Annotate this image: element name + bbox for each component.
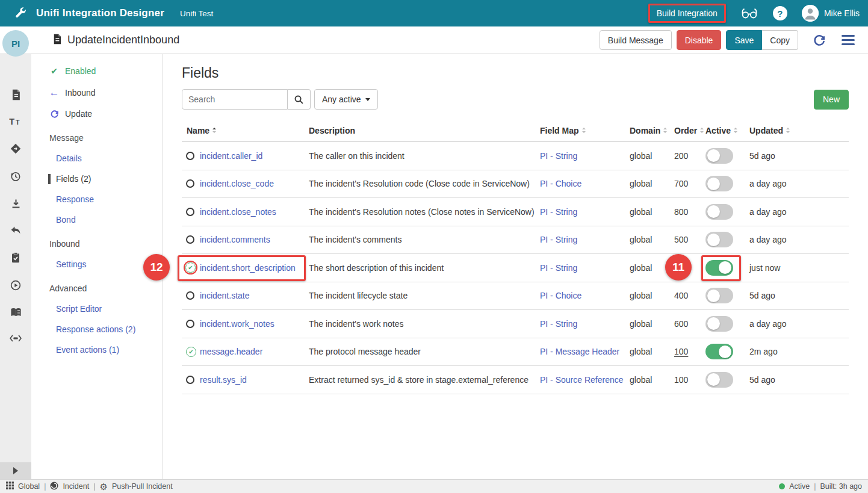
- new-field-button[interactable]: New: [814, 90, 849, 110]
- field-order[interactable]: 100: [674, 347, 705, 356]
- field-domain: global: [630, 375, 674, 385]
- field-map-link[interactable]: PI - Source Reference: [540, 375, 624, 385]
- field-name-link[interactable]: incident.comments: [200, 235, 270, 244]
- table-row: incident.commentsThe incident's comments…: [182, 226, 849, 255]
- sidebar-item-response[interactable]: Response: [56, 194, 162, 204]
- history-icon[interactable]: [10, 170, 22, 182]
- status-bar: Global | Incident | ⚙ Push-Pull Incident…: [0, 479, 868, 493]
- svg-text:T: T: [16, 119, 20, 126]
- field-name-link[interactable]: incident.close_code: [200, 179, 274, 188]
- field-name-link[interactable]: incident.short_description: [200, 263, 296, 273]
- app-label[interactable]: Incident: [63, 482, 89, 491]
- field-map-link[interactable]: PI - String: [540, 263, 577, 273]
- reply-icon[interactable]: [10, 225, 22, 236]
- column-field-map[interactable]: Field Map: [540, 126, 630, 135]
- document-icon[interactable]: [10, 89, 22, 101]
- status-item-enabled: ✔Enabled: [49, 66, 162, 76]
- process-label[interactable]: Push-Pull Incident: [112, 482, 173, 491]
- field-order: 100: [674, 375, 705, 385]
- download-icon[interactable]: [10, 198, 22, 209]
- section-title-advanced: Advanced: [49, 284, 162, 293]
- active-toggle[interactable]: [705, 260, 733, 276]
- collapse-rail-button[interactable]: [0, 462, 31, 479]
- user-menu[interactable]: Mike Ellis: [802, 5, 860, 22]
- field-map-link[interactable]: PI - String: [540, 151, 577, 161]
- field-map-link[interactable]: PI - Choice: [540, 291, 581, 300]
- active-toggle[interactable]: [705, 176, 733, 191]
- field-domain: global: [630, 347, 674, 356]
- field-name-link[interactable]: incident.work_notes: [200, 319, 274, 329]
- field-disabled-icon: [186, 235, 194, 244]
- sidebar-item-event-actions-1[interactable]: Event actions (1): [56, 345, 162, 355]
- integration-avatar[interactable]: PI: [2, 30, 29, 57]
- build-integration-button[interactable]: Build Integration: [648, 4, 726, 23]
- active-toggle[interactable]: [705, 288, 733, 303]
- column-order[interactable]: Order: [674, 126, 705, 135]
- text-icon[interactable]: TT: [9, 116, 22, 127]
- field-map-link[interactable]: PI - String: [540, 319, 577, 329]
- search-input[interactable]: [182, 89, 288, 110]
- field-domain: global: [630, 235, 674, 244]
- clipboard-check-icon[interactable]: [10, 252, 21, 264]
- scope-label[interactable]: Global: [18, 482, 40, 491]
- play-circle-icon[interactable]: [10, 279, 22, 291]
- field-name-link[interactable]: result.sys_id: [200, 375, 247, 385]
- sidebar-item-script-editor[interactable]: Script Editor: [56, 304, 162, 314]
- active-toggle[interactable]: [705, 316, 733, 332]
- status-label: Enabled: [65, 66, 96, 76]
- active-toggle[interactable]: [705, 148, 733, 164]
- help-icon[interactable]: ?: [773, 6, 787, 20]
- preview-glasses-icon[interactable]: [740, 7, 758, 20]
- column-updated[interactable]: Updated: [749, 126, 849, 135]
- caret-down-icon: [365, 98, 370, 101]
- sort-icon: [663, 128, 667, 133]
- diamond-route-icon[interactable]: [10, 143, 22, 155]
- field-name-link[interactable]: incident.close_notes: [200, 207, 276, 217]
- field-map-link[interactable]: PI - String: [540, 207, 577, 217]
- menu-icon[interactable]: [842, 35, 855, 45]
- active-toggle[interactable]: [705, 204, 733, 220]
- field-disabled-icon: [186, 376, 194, 384]
- field-map-link[interactable]: PI - String: [540, 235, 577, 244]
- workspace-name[interactable]: Unifi Test: [180, 9, 213, 18]
- refresh-icon[interactable]: [813, 34, 826, 47]
- incident-icon: [50, 482, 58, 492]
- code-icon[interactable]: [9, 333, 22, 343]
- search-button[interactable]: [288, 89, 311, 110]
- column-active[interactable]: Active: [705, 126, 749, 135]
- disable-button[interactable]: Disable: [677, 30, 722, 50]
- field-name-link[interactable]: incident.caller_id: [200, 151, 262, 161]
- field-enabled-icon: ✔: [186, 347, 196, 357]
- sidebar-item-details[interactable]: Details: [56, 153, 162, 163]
- field-disabled-icon: [186, 179, 194, 188]
- field-description: The incident lifecycle state: [309, 291, 540, 300]
- sidebar-item-bond[interactable]: Bond: [56, 215, 162, 225]
- status-item-update: Update: [49, 109, 162, 119]
- status-label: Inbound: [65, 88, 96, 98]
- built-label: Built: 3h ago: [820, 482, 863, 491]
- sidebar-item-response-actions-2[interactable]: Response actions (2): [56, 324, 162, 334]
- book-icon[interactable]: [10, 307, 22, 318]
- field-map-link[interactable]: PI - Choice: [540, 179, 581, 188]
- active-toggle[interactable]: [705, 372, 733, 388]
- field-name-link[interactable]: incident.state: [200, 291, 250, 300]
- column-name[interactable]: Name: [182, 126, 309, 135]
- save-button[interactable]: Save: [726, 30, 762, 50]
- copy-button[interactable]: Copy: [762, 30, 798, 50]
- field-map-link[interactable]: PI - Message Header: [540, 347, 619, 356]
- active-filter-dropdown[interactable]: Any active: [314, 89, 378, 110]
- annotation-ring: ✔: [184, 261, 197, 274]
- field-disabled-icon: [186, 320, 194, 328]
- annotation-badge-11: 11: [665, 254, 692, 281]
- active-toggle[interactable]: [705, 232, 733, 247]
- field-name-link[interactable]: message.header: [200, 347, 262, 356]
- field-description: The incident's Resolution code (Close co…: [309, 179, 540, 188]
- status-label: Update: [65, 109, 92, 119]
- build-message-button[interactable]: Build Message: [600, 30, 672, 50]
- table-row: incident.stateThe incident lifecycle sta…: [182, 282, 849, 311]
- separator: |: [44, 482, 46, 491]
- check-icon: ✔: [49, 66, 59, 76]
- column-domain[interactable]: Domain: [630, 126, 674, 135]
- active-toggle[interactable]: [705, 344, 733, 359]
- sidebar-item-fields-2[interactable]: Fields (2): [56, 174, 162, 184]
